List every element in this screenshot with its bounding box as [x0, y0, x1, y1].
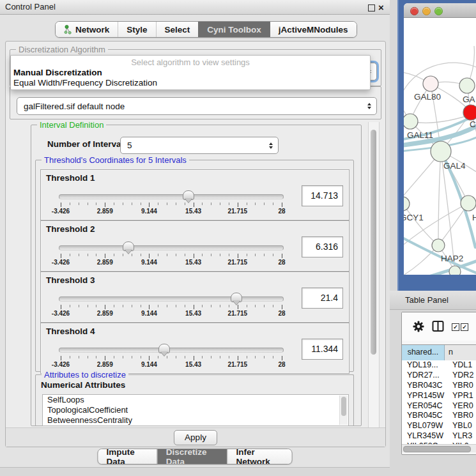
threshold-label: Threshold 4	[46, 326, 95, 336]
traffic-minimize-icon[interactable]	[422, 7, 431, 15]
tab-cyni-toolbox[interactable]: Cyni Toolbox	[198, 22, 270, 37]
slider-thumb[interactable]	[123, 242, 134, 251]
checkbox-icon[interactable]: ✓	[452, 323, 459, 331]
slider-major-ticks	[61, 254, 283, 258]
attributes-list-scrollbar[interactable]	[339, 395, 348, 425]
cell[interactable]: YLR3	[449, 431, 476, 441]
threshold-slider-4[interactable]: -3.426 2.859 9.144 15.43 21.715 28	[59, 346, 284, 367]
list-item-topologicalcoefficient[interactable]: TopologicalCoefficient	[43, 405, 348, 415]
number-of-intervals-combobox[interactable]: 5	[120, 137, 279, 154]
cell[interactable]: YBR045C	[402, 411, 449, 421]
tab-discretize-data[interactable]: Discretize Data	[157, 449, 227, 464]
tab-jactivemnodules[interactable]: jActiveMNodules	[270, 22, 357, 37]
columns-icon[interactable]	[432, 320, 444, 332]
scrollbar-thumb[interactable]	[371, 130, 376, 355]
gear-icon[interactable]	[413, 321, 424, 332]
table-data-combobox[interactable]: galFiltered.sif default node	[17, 97, 377, 115]
cell[interactable]: YLR345W	[402, 431, 449, 441]
settings-vertical-scrollbar[interactable]	[368, 122, 380, 427]
network-desktop-background: GAL80GACGAL11GAL4GCY1HHAP2	[397, 0, 476, 291]
node-HAP2[interactable]	[432, 239, 445, 252]
cell[interactable]: YPR1	[449, 391, 476, 401]
table-row[interactable]: YBL079WYBL0	[402, 421, 476, 431]
cell[interactable]: YPR145W	[402, 391, 449, 401]
list-item-selfloops[interactable]: SelfLoops	[43, 395, 348, 405]
column-header-name[interactable]: n	[445, 345, 476, 360]
threshold-slider-2[interactable]: -3.426 2.859 9.144 15.43 21.715 28	[59, 244, 284, 265]
table-row[interactable]: YLR345WYLR3	[402, 431, 476, 441]
threshold-value-field-2[interactable]: 6.316	[302, 236, 343, 257]
cell[interactable]: YDL1	[449, 360, 476, 371]
table-row[interactable]: YER054CYER0	[402, 401, 476, 411]
tick-label: 21.715	[228, 310, 248, 317]
node-bottom[interactable]	[449, 266, 461, 275]
scrollbar-thumb[interactable]	[403, 446, 471, 452]
threshold-panel-1: Threshold 1 -3.426 2.859 9.144	[40, 169, 349, 220]
tab-infer-network[interactable]: Infer Network	[227, 449, 292, 464]
table-header-row: shared... n	[402, 344, 476, 361]
numerical-attributes-list[interactable]: SelfLoops TopologicalCoefficient Between…	[42, 394, 349, 426]
float-window-icon[interactable]	[368, 4, 375, 12]
cell[interactable]: YBR0	[449, 381, 476, 391]
tick-label: -3.426	[52, 310, 70, 317]
node-GAL4[interactable]	[431, 141, 451, 162]
cell[interactable]: YBR043C	[402, 381, 449, 391]
slider-track[interactable]	[59, 194, 284, 199]
threshold-slider-1[interactable]: -3.426 2.859 9.144 15.43 21.715 28	[59, 193, 284, 213]
interval-definition-group: Interval Definition Number of Intervals …	[31, 125, 362, 426]
apply-button[interactable]: Apply	[174, 430, 217, 445]
cell[interactable]: YER054C	[402, 401, 449, 411]
slider-major-ticks	[61, 203, 283, 207]
tab-network[interactable]: Network	[56, 22, 118, 37]
table-body[interactable]: YDL19...YDL1 YDR27...YDR2 YBR043CYBR0 YP…	[402, 360, 476, 444]
threshold-slider-3[interactable]: -3.426 2.859 9.144 15.43 21.715 28	[59, 295, 284, 316]
dropdown-option-manual-discretization[interactable]: Manual Discretization	[11, 68, 370, 78]
network-canvas[interactable]: GAL80GACGAL11GAL4GCY1HHAP2	[404, 17, 476, 275]
node-GAL80[interactable]	[423, 76, 438, 91]
network-canvas-svg[interactable]: GAL80GACGAL11GAL4GCY1HHAP2	[404, 17, 476, 275]
tick-label: -3.426	[52, 259, 70, 266]
table-row[interactable]: YBR045CYBR0	[402, 411, 476, 421]
list-item-betweennesscentrality[interactable]: BetweennessCentrality	[43, 415, 348, 426]
slider-tick-labels: -3.426 2.859 9.144 15.43 21.715 28	[61, 259, 282, 266]
tab-select[interactable]: Select	[156, 22, 199, 37]
close-icon[interactable]: ×	[378, 1, 384, 15]
table-row[interactable]: YBR043CYBR0	[402, 381, 476, 391]
slider-track[interactable]	[59, 245, 284, 250]
tick-label: 2.859	[97, 310, 113, 317]
cell[interactable]: YBR0	[449, 411, 476, 421]
node-GA[interactable]	[459, 78, 475, 93]
table-row[interactable]: YDL19...YDL1	[402, 360, 476, 371]
threshold-value-field-4[interactable]: 11.344	[302, 339, 343, 360]
node-H[interactable]	[461, 196, 476, 211]
table-row[interactable]: YPR145WYPR1	[402, 391, 476, 401]
checkbox-icon[interactable]: ✓	[461, 323, 468, 331]
node-GCY1[interactable]	[404, 197, 410, 211]
cell[interactable]: YDR2	[449, 371, 476, 381]
cell[interactable]: YER0	[449, 401, 476, 411]
tab-impute-data[interactable]: Impute Data	[98, 449, 157, 464]
table-panel: ✓ ✓ shared... n YDL19...YDL1 YDR27...YDR…	[401, 312, 476, 455]
apply-strip: Apply	[6, 427, 385, 447]
node-GAL11[interactable]	[404, 114, 418, 129]
cell[interactable]: YDR27...	[402, 371, 449, 381]
top-tab-bar: Network Style Select Cyni Toolbox jActiv…	[55, 21, 357, 38]
cell[interactable]: YBL079W	[402, 421, 449, 431]
threshold-value-field-1[interactable]: 14.713	[302, 185, 343, 206]
node-red[interactable]	[463, 105, 476, 120]
column-header-shared-name[interactable]: shared...	[402, 345, 445, 360]
slider-thumb[interactable]	[183, 190, 194, 200]
traffic-zoom-icon[interactable]	[434, 7, 443, 15]
traffic-close-icon[interactable]	[410, 7, 418, 15]
slider-track[interactable]	[59, 296, 284, 302]
tab-style[interactable]: Style	[118, 22, 155, 37]
slider-track[interactable]	[59, 348, 284, 353]
cell[interactable]: YBL0	[449, 421, 476, 431]
slider-thumb[interactable]	[231, 293, 242, 302]
table-horizontal-scrollbar[interactable]	[402, 444, 476, 452]
slider-thumb[interactable]	[158, 344, 170, 353]
threshold-value-field-3[interactable]: 21.4	[302, 288, 343, 309]
cell[interactable]: YDL19...	[402, 360, 449, 371]
dropdown-option-equal-width-frequency[interactable]: Equal Width/Frequency Discretization	[11, 78, 370, 88]
table-row[interactable]: YDR27...YDR2	[402, 371, 476, 381]
